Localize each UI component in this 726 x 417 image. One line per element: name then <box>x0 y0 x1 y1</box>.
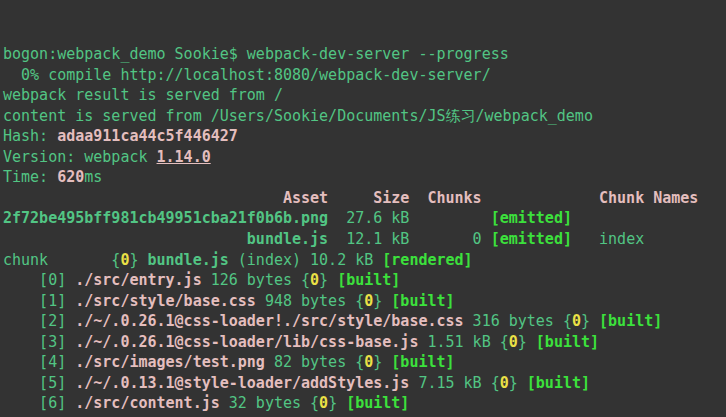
terminal-line: [2] ./~/.0.26.1@css-loader!./src/style/b… <box>3 311 726 332</box>
terminal-text-segment: } <box>518 333 536 351</box>
terminal-text-segment: Asset Size Chunks Chunk Names <box>3 189 698 207</box>
terminal-text-segment: } <box>373 353 391 371</box>
terminal-text-segment: chunk { <box>3 251 120 269</box>
terminal-line: 0% compile http://localhost:8080/webpack… <box>3 65 726 86</box>
terminal-text-segment: 7.15 kB { <box>409 374 499 392</box>
terminal-line: [3] ./~/.0.26.1@css-loader/lib/css-base.… <box>3 332 726 353</box>
terminal-text-segment: Hash: <box>3 127 57 145</box>
terminal-output: bogon:webpack_demo Sookie$ webpack-dev-s… <box>3 44 726 417</box>
terminal-text-segment: 1.51 kB { <box>418 333 508 351</box>
terminal-text-segment: [emitted] <box>491 209 572 227</box>
terminal-text-segment: [4] <box>3 353 75 371</box>
terminal-text-segment: bundle.js <box>247 230 328 248</box>
terminal-text-segment: [3] <box>3 333 75 351</box>
terminal-text-segment: adaa911ca44c5f446427 <box>57 127 238 145</box>
terminal-text-segment: [1] <box>3 292 75 310</box>
terminal-window[interactable]: bogon:webpack_demo Sookie$ webpack-dev-s… <box>0 0 726 417</box>
terminal-text-segment: 27.6 kB <box>328 209 491 227</box>
terminal-line: chunk {0} bundle.js (index) 10.2 kB [ren… <box>3 250 726 271</box>
terminal-text-segment: bundle.js <box>148 251 229 269</box>
terminal-line: [6] ./src/content.js 32 bytes {0} [built… <box>3 393 726 414</box>
terminal-text-segment: 82 bytes { <box>265 353 364 371</box>
terminal-text-segment: 0 <box>364 353 373 371</box>
terminal-text-segment: [built] <box>346 394 409 412</box>
terminal-text-segment: ./~/.0.26.1@css-loader!./src/style/base.… <box>75 312 463 330</box>
terminal-line: [4] ./src/images/test.png 82 bytes {0} [… <box>3 352 726 373</box>
terminal-text-segment: } <box>373 292 391 310</box>
terminal-text-segment: ./src/images/test.png <box>75 353 265 371</box>
terminal-line: Version: webpack 1.14.0 <box>3 147 726 168</box>
terminal-text-segment: ./src/entry.js <box>75 271 201 289</box>
terminal-text-segment: ms <box>84 168 102 186</box>
terminal-text-segment: 32 bytes { <box>220 394 319 412</box>
terminal-text-segment: [built] <box>391 353 454 371</box>
terminal-text-segment: 620 <box>57 168 84 186</box>
terminal-text-segment: ./src/style/base.css <box>75 292 256 310</box>
terminal-text-segment: } <box>129 251 147 269</box>
terminal-text-segment: [built] <box>527 374 590 392</box>
terminal-text-segment: 126 bytes { <box>202 271 310 289</box>
terminal-line: 2f72be495bff981cb49951cba21f0b6b.png 27.… <box>3 208 726 229</box>
terminal-text-segment: webpack result is served from / <box>3 86 283 104</box>
terminal-line: [5] ./~/.0.13.1@style-loader/addStyles.j… <box>3 373 726 394</box>
terminal-line: bundle.js 12.1 kB 0 [emitted] index <box>3 229 726 250</box>
terminal-text-segment: 0 <box>509 333 518 351</box>
terminal-text-segment: 0 <box>572 312 581 330</box>
terminal-text-segment: } <box>328 394 346 412</box>
terminal-text-segment: 0 <box>364 292 373 310</box>
terminal-text-segment: index <box>572 230 644 248</box>
terminal-text-segment: ./src/content.js <box>75 394 220 412</box>
terminal-text-segment: bogon:webpack_demo Sookie$ webpack-dev-s… <box>3 45 509 63</box>
terminal-text-segment: [built] <box>536 333 599 351</box>
terminal-text-segment: 0 <box>319 394 328 412</box>
terminal-text-segment: 12.1 kB 0 <box>328 230 491 248</box>
terminal-text-segment: [2] <box>3 312 75 330</box>
terminal-text-segment: (index) 10.2 kB <box>229 251 383 269</box>
terminal-text-segment: ./~/.0.13.1@style-loader/addStyles.js <box>75 374 409 392</box>
terminal-text-segment: 316 bytes { <box>464 312 572 330</box>
terminal-text-segment: [6] <box>3 394 75 412</box>
terminal-text-segment: ./~/.0.26.1@css-loader/lib/css-base.js <box>75 333 418 351</box>
terminal-text-segment: [built] <box>391 292 454 310</box>
terminal-text-segment: 948 bytes { <box>256 292 364 310</box>
terminal-text-segment: 2f72be495bff981cb49951cba21f0b6b.png <box>3 209 328 227</box>
terminal-text-segment: } <box>581 312 599 330</box>
terminal-text-segment: 1.14.0 <box>157 148 211 166</box>
terminal-line: [1] ./src/style/base.css 948 bytes {0} [… <box>3 291 726 312</box>
terminal-text-segment: content is served from /Users/Sookie/Doc… <box>3 107 593 125</box>
terminal-line: content is served from /Users/Sookie/Doc… <box>3 106 726 127</box>
terminal-text-segment: 0 <box>310 271 319 289</box>
terminal-text-segment: [rendered] <box>382 251 472 269</box>
terminal-text-segment <box>3 230 247 248</box>
terminal-text-segment: } <box>509 374 527 392</box>
terminal-text-segment: Version: webpack <box>3 148 157 166</box>
terminal-text-segment: [5] <box>3 374 75 392</box>
terminal-line: webpack result is served from / <box>3 85 726 106</box>
terminal-text-segment: [0] <box>3 271 75 289</box>
terminal-line: Asset Size Chunks Chunk Names <box>3 188 726 209</box>
terminal-text-segment: 0 <box>500 374 509 392</box>
terminal-text-segment: [emitted] <box>491 230 572 248</box>
terminal-text-segment: 0% compile http://localhost:8080/webpack… <box>3 66 491 84</box>
terminal-text-segment: Time: <box>3 168 57 186</box>
terminal-line: [0] ./src/entry.js 126 bytes {0} [built] <box>3 270 726 291</box>
terminal-line: Hash: adaa911ca44c5f446427 <box>3 126 726 147</box>
terminal-text-segment: [built] <box>337 271 400 289</box>
terminal-text-segment: } <box>319 271 337 289</box>
terminal-text-segment: [built] <box>599 312 662 330</box>
terminal-line: bogon:webpack_demo Sookie$ webpack-dev-s… <box>3 44 726 65</box>
terminal-line: Time: 620ms <box>3 167 726 188</box>
